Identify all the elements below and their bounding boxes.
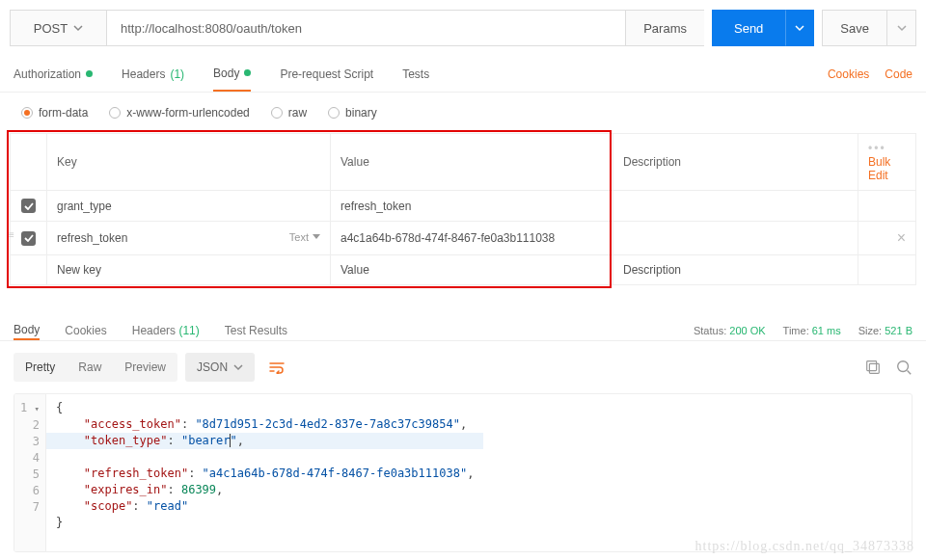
cell-description[interactable]: [613, 222, 858, 255]
radio-icon: [271, 107, 283, 119]
row-checkbox[interactable]: [21, 199, 36, 213]
response-body-text: { "access_token": "8d71d951-2c3d-4ed2-83…: [46, 394, 484, 551]
status-value: 200 OK: [729, 325, 765, 336]
resp-tab-headers[interactable]: Headers (11): [132, 320, 200, 340]
watermark: https://blog.csdn.net/qq_34873338: [695, 539, 914, 554]
tab-authorization-label: Authorization: [14, 67, 81, 81]
copy-icon[interactable]: [864, 359, 882, 376]
language-select[interactable]: JSON: [185, 353, 255, 382]
svg-rect-0: [869, 363, 879, 373]
cell-key[interactable]: refresh_token Text: [47, 222, 331, 255]
type-dropdown[interactable]: Text: [289, 231, 320, 243]
cookies-link[interactable]: Cookies: [828, 67, 869, 81]
table-row-new: New key Value Description: [11, 255, 916, 285]
tab-headers-label: Headers: [122, 67, 165, 81]
caret-down-icon: [313, 234, 320, 240]
time-value: 61 ms: [812, 325, 841, 336]
drag-handle-icon[interactable]: ≡: [9, 230, 14, 240]
tab-prerequest[interactable]: Pre-request Script: [280, 56, 373, 92]
radio-icon: [109, 107, 121, 119]
row-checkbox[interactable]: [21, 231, 36, 246]
search-icon[interactable]: [895, 359, 912, 376]
view-preview[interactable]: Preview: [113, 360, 177, 374]
request-url-input[interactable]: [106, 10, 626, 46]
resp-tab-body[interactable]: Body: [14, 320, 40, 340]
col-key-header: Key: [47, 134, 331, 191]
resp-tab-cookies[interactable]: Cookies: [65, 320, 106, 340]
tab-body-label: Body: [213, 67, 239, 80]
table-row: grant_type refresh_token: [11, 191, 916, 222]
bodytype-binary[interactable]: binary: [328, 106, 377, 120]
bulk-edit-link[interactable]: Bulk Edit: [868, 155, 890, 182]
svg-point-2: [898, 361, 909, 372]
new-key-input[interactable]: New key: [47, 255, 331, 285]
save-dropdown-button[interactable]: [887, 10, 916, 46]
new-description-input[interactable]: Description: [613, 255, 858, 285]
code-link[interactable]: Code: [885, 67, 912, 81]
params-button[interactable]: Params: [625, 10, 704, 46]
col-description-header: Description: [613, 134, 858, 191]
chevron-down-icon: [795, 23, 804, 33]
line-gutter: 1 ▾234567: [14, 394, 46, 551]
chevron-down-icon: [73, 23, 83, 33]
bodytype-form-data[interactable]: form-data: [21, 106, 88, 120]
more-icon[interactable]: •••: [868, 142, 886, 155]
resp-tab-tests[interactable]: Test Results: [225, 320, 287, 340]
view-mode-segment: Pretty Raw Preview: [14, 353, 177, 382]
bodytype-xwww[interactable]: x-www-form-urlencoded: [109, 106, 249, 120]
tab-body[interactable]: Body: [213, 56, 251, 92]
http-method-select[interactable]: POST: [10, 10, 106, 46]
http-method-label: POST: [34, 21, 68, 36]
chevron-down-icon: [897, 23, 907, 33]
response-meta: Status: 200 OK Time: 61 ms Size: 521 B: [694, 325, 912, 336]
radio-icon: [328, 107, 340, 119]
view-raw[interactable]: Raw: [67, 360, 113, 374]
tab-headers-count: (1): [170, 67, 184, 81]
cell-value[interactable]: a4c1a64b-678d-474f-8467-fe0a3b111038: [331, 222, 613, 255]
save-button[interactable]: Save: [822, 10, 887, 46]
cell-key[interactable]: grant_type: [47, 191, 331, 222]
table-header-row: Key Value Description ••• Bulk Edit: [11, 134, 916, 191]
table-row: ≡ refresh_token Text a4c1a64b-678d-474f-…: [11, 222, 916, 255]
tab-tests[interactable]: Tests: [402, 56, 429, 92]
send-dropdown-button[interactable]: [785, 10, 814, 46]
formdata-table: Key Value Description ••• Bulk Edit gran…: [10, 133, 916, 285]
response-body-editor[interactable]: 1 ▾234567 { "access_token": "8d71d951-2c…: [14, 393, 912, 552]
wrap-lines-button[interactable]: [262, 353, 291, 382]
delete-row-button[interactable]: ×: [897, 229, 906, 246]
cell-description[interactable]: [613, 191, 858, 222]
resp-headers-count: (11): [178, 324, 199, 337]
new-value-input[interactable]: Value: [331, 255, 613, 285]
size-value: 521 B: [885, 325, 912, 336]
status-dot-icon: [86, 70, 93, 77]
send-button[interactable]: Send: [712, 10, 785, 46]
view-pretty[interactable]: Pretty: [14, 360, 67, 374]
tab-headers[interactable]: Headers (1): [122, 56, 184, 92]
svg-rect-1: [867, 361, 877, 371]
tab-authorization[interactable]: Authorization: [14, 56, 93, 92]
radio-icon: [21, 107, 33, 119]
cell-value[interactable]: refresh_token: [331, 191, 613, 222]
status-dot-icon: [244, 69, 251, 76]
col-value-header: Value: [331, 134, 613, 191]
chevron-down-icon: [233, 363, 243, 371]
bodytype-raw[interactable]: raw: [271, 106, 307, 120]
